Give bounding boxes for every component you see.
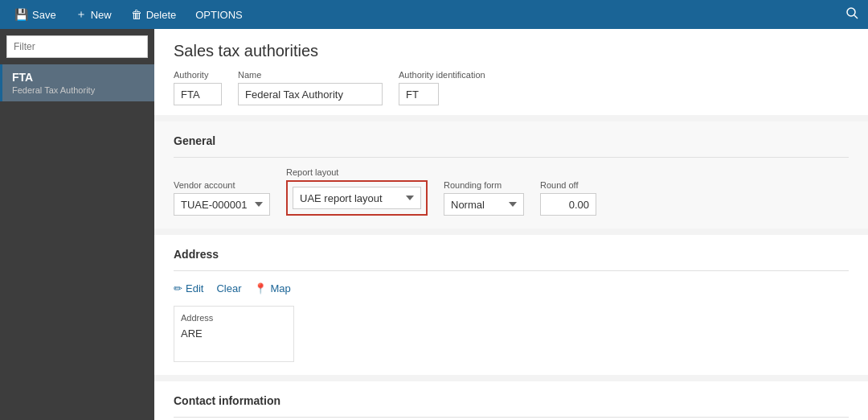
sidebar-item-code: FTA [12,71,145,84]
delete-icon: 🗑 [131,8,142,21]
delete-label: Delete [146,9,177,21]
address-box: Address ARE [174,306,294,362]
options-label: OPTIONS [195,9,243,21]
vendor-group: Vendor account TUAE-000001 [174,180,270,216]
report-layout-highlight: UAE report layout [286,180,428,216]
address-actions: ✏ Edit Clear 📍 Map [174,281,849,296]
address-value: ARE [181,327,287,340]
sidebar-filter-container [0,29,154,64]
search-icon[interactable] [842,3,862,26]
filter-input[interactable] [6,35,148,58]
svg-line-1 [854,15,858,19]
report-layout-group: Report layout UAE report layout [286,167,428,216]
auth-id-label: Authority identification [399,70,485,80]
report-layout-select[interactable]: UAE report layout [293,187,421,209]
roundoff-label: Round off [540,180,596,190]
roundoff-group: Round off [540,180,596,216]
delete-button[interactable]: 🗑 Delete [123,3,185,26]
clear-button[interactable]: Clear [216,281,241,296]
sidebar-item-fta[interactable]: FTA Federal Tax Authority [0,64,154,101]
main-container: FTA Federal Tax Authority Sales tax auth… [0,29,868,420]
vendor-label: Vendor account [174,180,270,190]
content-area: Sales tax authorities Authority Name Aut… [154,29,868,420]
vendor-select[interactable]: TUAE-000001 [174,193,270,216]
new-button[interactable]: ＋ New [68,3,120,26]
new-label: New [91,9,112,21]
page-title: Sales tax authorities [174,42,849,60]
toolbar: 💾 Save ＋ New 🗑 Delete OPTIONS [0,0,868,29]
save-icon: 💾 [14,8,28,21]
authority-group: Authority [174,70,222,105]
clear-label: Clear [216,282,241,294]
contact-section: Contact information Telephone Mobile pho… [154,381,868,420]
address-section: Address ✏ Edit Clear 📍 Map Address ARE [154,235,868,375]
edit-label: Edit [186,282,203,294]
authority-form-row: Authority Name Authority identification [174,70,849,105]
edit-icon: ✏ [174,282,182,294]
general-form-row: Vendor account TUAE-000001 Report layout… [174,167,849,216]
map-button[interactable]: 📍 Map [254,281,290,296]
rounding-select[interactable]: Normal [444,193,524,216]
options-button[interactable]: OPTIONS [187,3,251,26]
address-field-label: Address [181,313,287,323]
new-icon: ＋ [76,7,87,22]
sidebar-item-name: Federal Tax Authority [12,85,145,95]
auth-id-input[interactable] [399,83,439,105]
map-label: Map [270,282,290,294]
auth-id-group: Authority identification [399,70,485,105]
name-group: Name [238,70,383,105]
contact-section-header: Contact information [174,381,849,418]
save-button[interactable]: 💾 Save [6,3,64,26]
name-input[interactable] [238,83,383,105]
page-header: Sales tax authorities Authority Name Aut… [154,29,868,115]
sidebar: FTA Federal Tax Authority [0,29,154,420]
map-icon: 📍 [254,282,267,294]
general-section-header: General [174,121,849,158]
roundoff-input[interactable] [540,193,596,216]
general-section: General Vendor account TUAE-000001 Repor… [154,121,868,229]
rounding-group: Rounding form Normal [444,180,524,216]
report-label: Report layout [286,167,428,177]
authority-input[interactable] [174,83,222,105]
rounding-label: Rounding form [444,180,524,190]
name-label: Name [238,70,383,80]
authority-label: Authority [174,70,222,80]
save-label: Save [32,9,56,21]
edit-button[interactable]: ✏ Edit [174,281,203,296]
svg-point-0 [847,8,855,16]
address-section-header: Address [174,235,849,271]
